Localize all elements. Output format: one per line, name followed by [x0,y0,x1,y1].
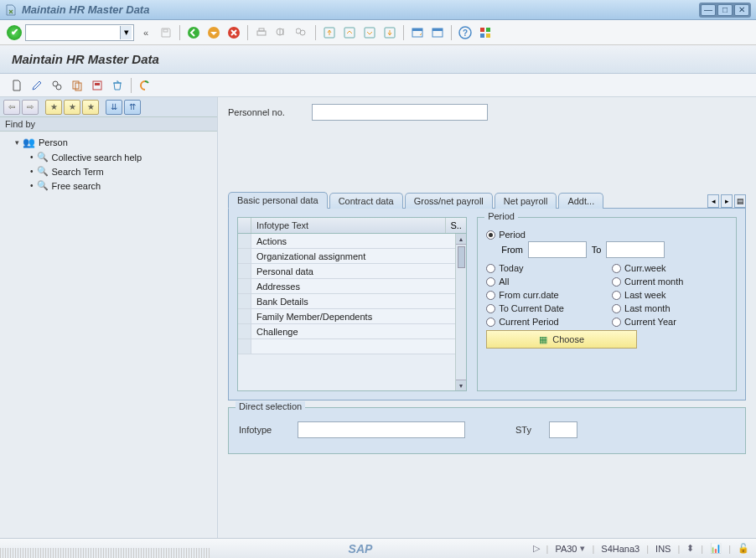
radio-all[interactable]: All [486,276,602,287]
svg-point-21 [56,85,61,90]
sty-label: STy [515,425,541,435]
tree-label: Search Term [52,167,104,177]
exit-button[interactable] [205,24,222,41]
table-row[interactable]: Addresses [238,279,466,294]
fav-del-button[interactable]: ★ [82,100,99,115]
chevron-down-icon[interactable]: ▾ [120,26,132,39]
tab-contract-data[interactable]: Contract data [329,193,403,209]
cancel-button[interactable] [225,24,242,41]
radio-tocurr[interactable]: To Current Date [486,303,602,313]
tab-additional[interactable]: Addt... [558,193,603,209]
dropdown-icon[interactable]: ▾ [580,543,585,554]
create-button[interactable] [8,77,25,94]
find-next-button[interactable] [293,24,310,41]
tree-node-collective[interactable]: • 🔍 Collective search help [5,150,212,164]
table-row[interactable]: Actions [238,234,466,249]
back-button[interactable] [185,24,202,41]
print-button[interactable] [253,24,270,41]
radio-currmonth[interactable]: Current month [612,276,728,287]
status-nav-icon[interactable]: ▷ [533,543,540,554]
change-button[interactable] [28,77,45,94]
personnel-no-input[interactable] [312,104,488,121]
infotype-input[interactable] [298,421,465,438]
radio-lastmonth[interactable]: Last month [612,303,728,313]
first-page-button[interactable] [321,24,338,41]
save-button[interactable] [158,24,174,41]
tree-node-free-search[interactable]: • 🔍 Free search [5,178,212,193]
direct-selection-group: Direct selection Infotype STy [228,407,746,454]
nav-forward-button[interactable]: ⇨ [22,100,39,115]
status-chart-icon[interactable]: 📊 [710,543,722,554]
fav-add-button[interactable]: ★ [45,100,62,115]
nav-back-button[interactable]: ⇦ [3,100,20,115]
svg-rect-11 [412,28,422,31]
tab-net-payroll[interactable]: Net payroll [495,193,557,209]
status-header[interactable]: S.. [446,218,466,233]
tab-scroll-left-icon[interactable]: ◂ [707,194,719,208]
tab-row: Basic personal data Contract data Gross/… [228,189,746,208]
period-title: Period [484,211,518,221]
new-session-button[interactable] [409,24,426,41]
prev-page-button[interactable] [341,24,358,41]
command-field[interactable]: ▾ [25,24,134,41]
sel-header [238,218,251,233]
collapse-cmd-icon[interactable]: « [137,24,154,41]
sidebar-resize-handle[interactable] [0,548,210,558]
table-row[interactable]: Bank Details [238,294,466,309]
tree-node-person[interactable]: ▾ 👥 Person [5,135,212,150]
status-signal-icon[interactable]: ⬍ [686,543,694,554]
tab-basic-personal[interactable]: Basic personal data [228,192,328,209]
table-row[interactable]: Organizational assignment [238,249,466,264]
find-button[interactable] [273,24,290,41]
main-area: Personnel no. Basic personal data Contra… [218,97,756,538]
table-row[interactable] [238,339,466,354]
expand-all-button[interactable]: ⇊ [106,100,122,115]
tree-node-search-term[interactable]: • 🔍 Search Term [5,164,212,178]
maximize-button[interactable]: □ [717,4,733,16]
infotype-scrollbar[interactable]: ▴ ▾ [455,234,466,390]
help-button[interactable]: ? [457,24,474,41]
close-button[interactable]: ✕ [734,4,749,16]
from-input[interactable] [528,241,587,258]
last-page-button[interactable] [381,24,398,41]
delete-button[interactable] [109,77,126,94]
svg-rect-19 [486,34,490,38]
table-row[interactable]: Personal data [238,264,466,279]
svg-rect-13 [432,28,443,31]
copy-button[interactable] [69,77,85,94]
radio-currper[interactable]: Current Period [486,317,602,327]
overview-button[interactable] [137,77,153,94]
tab-scroll-right-icon[interactable]: ▸ [721,194,733,208]
collapse-all-button[interactable]: ⇈ [124,100,141,115]
radio-today[interactable]: Today [486,263,602,273]
radio-period[interactable]: Period [486,230,728,240]
scroll-up-icon[interactable]: ▴ [456,234,466,245]
tab-gross-net[interactable]: Gross/net payroll [405,193,493,209]
status-lock-icon[interactable]: 🔓 [738,543,749,554]
status-mode: INS [655,544,671,554]
personnel-no-label: Personnel no. [228,107,303,117]
delimit-button[interactable] [89,77,106,94]
table-row[interactable]: Family Member/Dependents [238,309,466,324]
layout-button[interactable] [429,24,446,41]
tab-list-icon[interactable]: ▤ [734,194,746,208]
scroll-thumb[interactable] [458,246,465,268]
svg-rect-18 [480,34,484,38]
radio-lastweek[interactable]: Last week [612,290,728,300]
enter-button[interactable]: ✔ [7,25,22,40]
radio-currweek[interactable]: Curr.week [612,263,728,273]
application-toolbar [0,74,756,97]
scroll-down-icon[interactable]: ▾ [456,380,466,390]
sty-input[interactable] [549,421,577,438]
minimize-button[interactable]: — [701,4,716,16]
radio-curryear[interactable]: Current Year [612,317,728,327]
customize-button[interactable] [477,24,494,41]
display-button[interactable] [49,77,65,94]
next-page-button[interactable] [361,24,378,41]
fav-list-button[interactable]: ★ [64,100,80,115]
choose-button[interactable]: ▦ Choose [486,330,637,349]
to-input[interactable] [606,241,665,258]
infotype-text-header[interactable]: Infotype Text [251,218,446,233]
radio-fromcurr[interactable]: From curr.date [486,290,602,300]
table-row[interactable]: Challenge [238,324,466,339]
